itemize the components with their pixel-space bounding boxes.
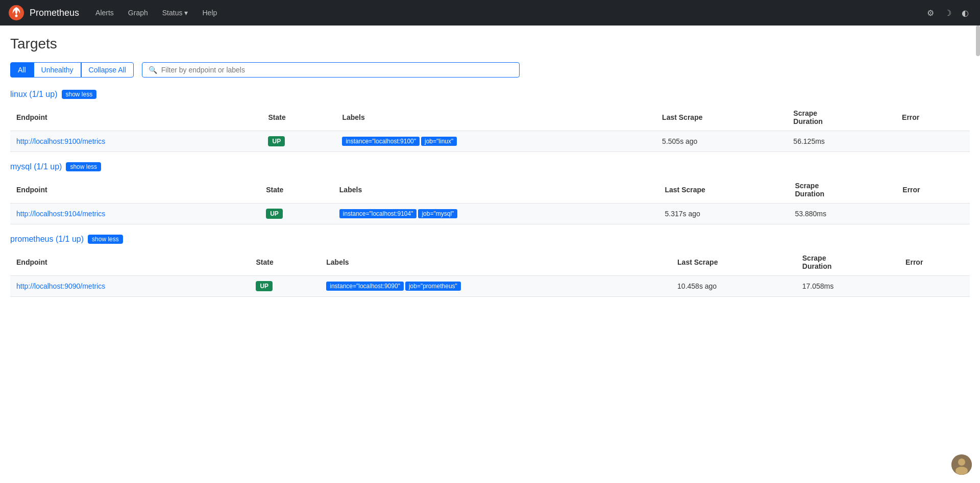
prometheus-label-instance: instance="localhost:9090"	[326, 282, 404, 291]
col-last-scrape-prometheus: Last Scrape	[671, 249, 796, 276]
prometheus-logo	[8, 5, 24, 21]
page-title: Targets	[10, 36, 970, 52]
col-error-mysql: Error	[896, 176, 970, 204]
navbar-nav: Alerts Graph Status ▾ Help	[89, 5, 223, 21]
prometheus-scrape-duration-cell: 17.058ms	[796, 276, 899, 297]
mysql-table: Endpoint State Labels Last Scrape Scrape…	[10, 176, 970, 224]
prometheus-table-header-row: Endpoint State Labels Last Scrape Scrape…	[10, 249, 970, 276]
nav-alerts[interactable]: Alerts	[89, 5, 120, 21]
nav-help[interactable]: Help	[196, 5, 223, 21]
prometheus-labels-cell: instance="localhost:9090"job="prometheus…	[320, 276, 671, 297]
mysql-label-instance: instance="localhost:9104"	[339, 209, 417, 218]
filter-collapse-button[interactable]: Collapse All	[81, 62, 134, 78]
col-error-linux: Error	[896, 104, 970, 131]
col-labels-mysql: Labels	[333, 176, 659, 204]
nav-status-toggle[interactable]: Status ▾	[156, 5, 194, 21]
linux-table: Endpoint State Labels Last Scrape Scrape…	[10, 104, 970, 152]
prometheus-section-title[interactable]: prometheus (1/1 up)	[10, 235, 84, 244]
mysql-label-job: job="mysql"	[418, 209, 457, 218]
linux-endpoint-link[interactable]: http://localhost:9100/metrics	[16, 137, 105, 145]
dark-mode-button[interactable]: ☽	[941, 5, 954, 21]
linux-show-less-button[interactable]: show less	[62, 90, 97, 99]
navbar-right: ⚙ ☽ ◐	[924, 5, 972, 21]
contrast-button[interactable]: ◐	[959, 5, 972, 21]
filter-unhealthy-button[interactable]: Unhealthy	[34, 62, 81, 78]
prometheus-state-cell: UP	[250, 276, 320, 297]
nav-status-dropdown[interactable]: Status ▾	[156, 5, 194, 21]
search-icon: 🔍	[149, 66, 157, 74]
prometheus-show-less-button[interactable]: show less	[88, 235, 123, 244]
main-content: Targets All Unhealthy Collapse All 🔍 lin…	[0, 26, 980, 317]
mysql-show-less-button[interactable]: show less	[66, 162, 101, 171]
col-labels-prometheus: Labels	[320, 249, 671, 276]
filter-buttons: All Unhealthy Collapse All	[10, 62, 134, 78]
col-last-scrape-linux: Last Scrape	[656, 104, 787, 131]
prometheus-endpoint-cell: http://localhost:9090/metrics	[10, 276, 250, 297]
linux-table-header-row: Endpoint State Labels Last Scrape Scrape…	[10, 104, 970, 131]
table-row: http://localhost:9090/metrics UP instanc…	[10, 276, 970, 297]
col-endpoint-mysql: Endpoint	[10, 176, 260, 204]
prometheus-section-header: prometheus (1/1 up) show less	[10, 235, 970, 244]
mysql-section-title[interactable]: mysql (1/1 up)	[10, 162, 62, 171]
prometheus-endpoint-link[interactable]: http://localhost:9090/metrics	[16, 282, 105, 290]
prometheus-label-job: job="prometheus"	[405, 282, 461, 291]
filter-all-button[interactable]: All	[10, 62, 34, 78]
linux-error-cell	[896, 131, 970, 152]
svg-point-1	[15, 15, 18, 17]
search-box: 🔍	[142, 62, 520, 78]
linux-label-instance: instance="localhost:9100"	[342, 137, 420, 146]
mysql-section-header: mysql (1/1 up) show less	[10, 162, 970, 171]
linux-labels-cell: instance="localhost:9100"job="linux"	[336, 131, 656, 152]
linux-section-header: linux (1/1 up) show less	[10, 90, 970, 99]
linux-section-title[interactable]: linux (1/1 up)	[10, 90, 58, 99]
mysql-labels-cell: instance="localhost:9104"job="mysql"	[333, 204, 659, 224]
linux-endpoint-cell: http://localhost:9100/metrics	[10, 131, 262, 152]
col-labels-linux: Labels	[336, 104, 656, 131]
mysql-state-cell: UP	[260, 204, 333, 224]
settings-button[interactable]: ⚙	[924, 5, 937, 21]
linux-label-job: job="linux"	[421, 137, 457, 146]
navbar: Prometheus Alerts Graph Status ▾ Help ⚙ …	[0, 0, 980, 26]
prometheus-error-cell	[899, 276, 970, 297]
col-endpoint-linux: Endpoint	[10, 104, 262, 131]
prometheus-state-badge: UP	[256, 281, 273, 291]
linux-last-scrape-cell: 5.505s ago	[656, 131, 787, 152]
col-error-prometheus: Error	[899, 249, 970, 276]
navbar-brand[interactable]: Prometheus	[30, 8, 79, 18]
table-row: http://localhost:9104/metrics UP instanc…	[10, 204, 970, 224]
mysql-endpoint-link[interactable]: http://localhost:9104/metrics	[16, 210, 105, 218]
col-state-linux: State	[262, 104, 336, 131]
col-last-scrape-mysql: Last Scrape	[658, 176, 789, 204]
scrollbar-indicator	[976, 26, 980, 56]
table-row: http://localhost:9100/metrics UP instanc…	[10, 131, 970, 152]
mysql-last-scrape-cell: 5.317s ago	[658, 204, 789, 224]
prometheus-table: Endpoint State Labels Last Scrape Scrape…	[10, 249, 970, 297]
col-scrape-duration-linux: ScrapeDuration	[787, 104, 896, 131]
mysql-scrape-duration-cell: 53.880ms	[789, 204, 896, 224]
mysql-state-badge: UP	[266, 209, 283, 219]
col-state-mysql: State	[260, 176, 333, 204]
mysql-error-cell	[896, 204, 970, 224]
search-input[interactable]	[161, 66, 513, 74]
col-endpoint-prometheus: Endpoint	[10, 249, 250, 276]
col-state-prometheus: State	[250, 249, 320, 276]
nav-graph[interactable]: Graph	[122, 5, 154, 21]
linux-state-cell: UP	[262, 131, 336, 152]
linux-scrape-duration-cell: 56.125ms	[787, 131, 896, 152]
chevron-down-icon: ▾	[184, 9, 188, 17]
mysql-table-header-row: Endpoint State Labels Last Scrape Scrape…	[10, 176, 970, 204]
col-scrape-duration-mysql: ScrapeDuration	[789, 176, 896, 204]
filter-bar: All Unhealthy Collapse All 🔍	[10, 62, 970, 78]
col-scrape-duration-prometheus: ScrapeDuration	[796, 249, 899, 276]
mysql-endpoint-cell: http://localhost:9104/metrics	[10, 204, 260, 224]
linux-state-badge: UP	[268, 136, 285, 146]
prometheus-last-scrape-cell: 10.458s ago	[671, 276, 796, 297]
